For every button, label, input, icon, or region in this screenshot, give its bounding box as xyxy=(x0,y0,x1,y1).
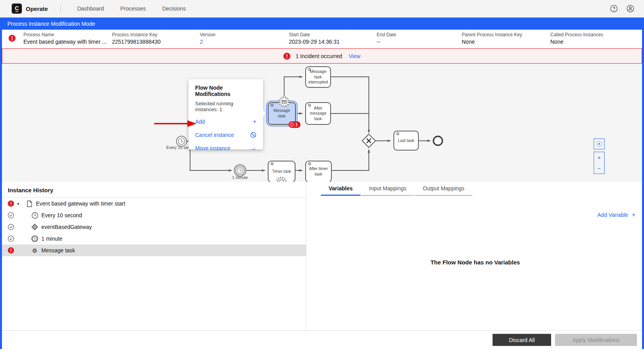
red-annotation-arrow xyxy=(153,119,197,128)
service-task-icon: ⚙ xyxy=(31,247,38,254)
flow-node-modifications-popup: Flow Node Modifications Selected running… xyxy=(189,79,263,149)
move-instance-button[interactable]: Move instance → xyxy=(195,142,256,155)
instance-history-title: Instance History xyxy=(0,182,306,198)
cancel-icon xyxy=(250,132,256,138)
variables-panel: Variables Input Mappings Output Mappings… xyxy=(306,182,644,330)
incident-icon xyxy=(9,35,16,42)
end-event xyxy=(434,136,443,145)
operate-app: C Operate Dashboard Processes Decisions … xyxy=(0,0,644,351)
field-end-date: End Date -- xyxy=(377,32,396,45)
nav-divider xyxy=(60,4,61,13)
tab-output-mappings[interactable]: Output Mappings xyxy=(415,182,472,196)
message-boundary-event[interactable] xyxy=(279,96,290,109)
no-variables-message: The Flow Node has no Variables xyxy=(306,259,644,266)
incident-view-link[interactable]: View xyxy=(349,53,360,59)
version-link[interactable]: 2 xyxy=(200,39,215,45)
zoom-in-button[interactable]: + xyxy=(594,152,605,163)
popup-subtitle: Selected running instances: 1 xyxy=(195,101,256,112)
user-icon[interactable] xyxy=(626,4,635,13)
incident-icon xyxy=(8,200,14,207)
add-token-button[interactable]: Add + xyxy=(195,115,256,128)
cancel-instance-button[interactable]: Cancel instance xyxy=(195,128,256,142)
task-after-timer-task[interactable]: ⚙ After timer task xyxy=(305,161,332,182)
nav-item-decisions[interactable]: Decisions xyxy=(162,5,186,12)
service-task-icon: ⚙ xyxy=(270,161,274,167)
nav-item-processes[interactable]: Processes xyxy=(120,5,146,12)
popup-title: Flow Node Modifications xyxy=(195,85,256,97)
incident-message: 1 Incident occurred xyxy=(295,53,342,59)
field-called-process-instances: Called Process Instances None xyxy=(550,32,603,45)
completed-check-icon xyxy=(8,224,14,230)
top-navbar: C Operate Dashboard Processes Decisions xyxy=(0,0,644,18)
completed-check-icon xyxy=(8,212,14,218)
plus-icon: + xyxy=(598,154,601,161)
history-row-1-minute[interactable]: 1 minute xyxy=(0,233,306,245)
modification-frame-bottom xyxy=(0,349,644,351)
bpmn-diagram[interactable]: Every 10 second 1 minute ⚙ Message task … xyxy=(0,64,644,182)
field-parent-process-instance-key: Parent Process Instance Key None xyxy=(462,32,522,45)
task-message-task-interrupted[interactable]: ⚙ Message task interrupted xyxy=(305,66,331,88)
help-icon[interactable] xyxy=(610,4,618,13)
incident-count-badge: ! 1 xyxy=(288,121,301,128)
chevron-down-icon[interactable]: ▾ xyxy=(17,202,23,206)
diagram-reset-button[interactable] xyxy=(594,138,605,149)
envelope-icon xyxy=(282,101,286,103)
minus-icon: − xyxy=(598,165,601,172)
intermediate-timer-event-icon xyxy=(31,235,38,242)
field-process-instance-key: Process Instance Key 2251799813888430 xyxy=(112,32,161,45)
history-row-every-10-second[interactable]: Every 10 second xyxy=(0,209,306,221)
completed-check-icon xyxy=(8,236,14,242)
modification-mode-banner: Process Instance Modification Mode xyxy=(0,18,644,30)
tab-variables[interactable]: Variables xyxy=(321,182,361,196)
incident-icon xyxy=(283,53,290,60)
service-task-icon: ⚙ xyxy=(308,103,311,108)
camunda-logo-icon[interactable]: C xyxy=(12,4,22,14)
variables-tabs: Variables Input Mappings Output Mappings xyxy=(321,182,644,196)
process-icon xyxy=(26,200,33,207)
timer-event-icon xyxy=(31,212,38,219)
field-version: Version 2 xyxy=(200,32,215,45)
tab-input-mappings[interactable]: Input Mappings xyxy=(361,182,415,196)
plus-icon: + xyxy=(632,211,635,218)
task-last-task[interactable]: ⚙ Last task xyxy=(393,131,419,151)
service-task-icon: ⚙ xyxy=(308,161,311,167)
history-row-process[interactable]: ▾ Event based gateway with timer start xyxy=(0,198,306,209)
arrow-right-icon: → xyxy=(250,145,256,151)
exclusive-gateway xyxy=(362,134,375,147)
history-row-message-task[interactable]: ⚙ Message task xyxy=(0,245,306,256)
service-task-icon: ⚙ xyxy=(308,67,311,72)
app-title: Operate xyxy=(26,5,48,12)
incident-icon xyxy=(8,247,14,254)
field-start-date: Start Date 2023-09-29 14:36:31 xyxy=(289,32,340,45)
task-after-message-task[interactable]: ⚙ After message task xyxy=(305,102,331,125)
nav-item-dashboard[interactable]: Dashboard xyxy=(77,5,104,12)
field-process-name: Process Name Event based gateway with ti… xyxy=(23,32,107,45)
add-variable-button[interactable]: Add Variable + xyxy=(598,211,635,218)
zoom-out-button[interactable]: − xyxy=(594,163,605,174)
service-task-icon: ⚙ xyxy=(270,103,274,108)
reset-view-icon xyxy=(596,141,602,147)
incident-banner: 1 Incident occurred View xyxy=(2,48,642,64)
instance-history-panel: Instance History ▾ Event based gateway w… xyxy=(0,182,306,330)
modification-footer: Discard All Apply Modifications xyxy=(0,330,644,349)
instance-header: Process Name Event based gateway with ti… xyxy=(0,30,644,48)
intermediate-timer-event xyxy=(234,165,246,176)
apply-modifications-button[interactable]: Apply Modifications xyxy=(555,334,637,346)
intermediate-timer-label: 1 minute xyxy=(232,175,248,180)
plus-icon: + xyxy=(253,119,256,125)
incident-icon: ! xyxy=(290,122,294,127)
discard-all-button[interactable]: Discard All xyxy=(493,334,551,346)
history-row-event-based-gateway[interactable]: eventBasedGateway xyxy=(0,221,306,233)
timer-boundary-event[interactable] xyxy=(276,177,287,182)
event-based-gateway-icon xyxy=(31,223,38,230)
service-task-icon: ⚙ xyxy=(396,131,400,136)
